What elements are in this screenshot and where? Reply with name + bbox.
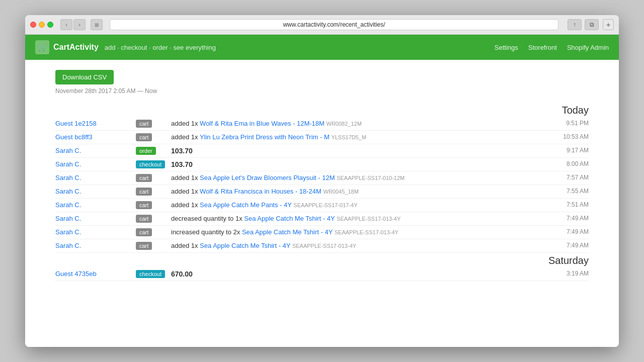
traffic-lights [30, 22, 53, 28]
nav-shopify-admin[interactable]: Shopify Admin [567, 44, 609, 51]
time-cell: 7:57 AM [548, 171, 589, 185]
sku: SEAAPPLE-SS17-013-4Y [335, 229, 398, 235]
badge-cell: cart [136, 212, 171, 226]
time-cell: 9:17 AM [548, 144, 589, 158]
description-cell: added 1x Ylin Lu Zebra Print Dress with … [171, 131, 548, 144]
user-link[interactable]: Sarah C. [55, 212, 136, 226]
list-item: Sarah C. checkout 103.70 8:00 AM [55, 158, 589, 171]
app-header: 🛒 CartActivity add · checkout · order · … [25, 35, 619, 60]
sku: SEAAPPLE-SS17-010-12M [337, 175, 405, 181]
tab-view-button[interactable]: ⊞ [91, 19, 103, 30]
maximize-button[interactable] [47, 22, 53, 28]
user-link[interactable]: Sarah C. [55, 171, 136, 185]
sku: SEAAPPLE-SS17-017-4Y [293, 202, 357, 208]
description-cell: 103.70 [171, 158, 548, 171]
badge-cell: checkout [136, 267, 171, 281]
back-icon: ‹ [65, 22, 67, 28]
forward-button[interactable]: › [73, 19, 86, 30]
product-link[interactable]: Sea Apple Let's Draw Bloomers Playsuit -… [200, 174, 335, 182]
list-item: Sarah C. cart increased quantity to 2x S… [55, 226, 589, 239]
user-link[interactable]: Sarah C. [55, 185, 136, 199]
description-cell: added 1x Wolf & Rita Francisca in Houses… [171, 185, 548, 199]
activity-badge: cart [136, 228, 152, 236]
product-link[interactable]: Sea Apple Catch Me Tshirt - 4Y [244, 215, 335, 222]
description-prefix: increased quantity to 2x [171, 228, 242, 236]
time-cell: 9:51 PM [548, 117, 589, 131]
description-prefix: added 1x [171, 201, 200, 209]
sku: YLSS17D5_M [331, 134, 366, 140]
activity-badge: cart [136, 201, 152, 209]
activity-badge: order [136, 147, 156, 155]
time-cell: 7:49 AM [548, 239, 589, 253]
share-button[interactable]: ↑ [568, 19, 582, 30]
activity-badge: cart [136, 133, 152, 141]
amount: 103.70 [171, 160, 193, 168]
tagline: add · checkout · order · see everything [105, 44, 216, 51]
main-nav: Settings Storefront Shopify Admin [495, 44, 609, 51]
activity-badge: checkout [136, 270, 165, 278]
product-link[interactable]: Sea Apple Catch Me Tshirt - 4Y [242, 228, 333, 236]
description-prefix: added 1x [171, 188, 200, 195]
list-item: Sarah C. cart decreased quantity to 1x S… [55, 212, 589, 226]
content-area: Download CSV November 28th 2017 2:05 AM … [25, 60, 619, 347]
sku: WR0045_18M [324, 189, 359, 195]
time-cell: 7:49 AM [548, 226, 589, 239]
download-csv-button[interactable]: Download CSV [55, 70, 114, 84]
day-header: Saturday [55, 253, 589, 268]
badge-cell: cart [136, 131, 171, 144]
user-link[interactable]: Guest 1e2158 [55, 117, 136, 131]
time-cell: 7:55 AM [548, 185, 589, 199]
user-link[interactable]: Guest bc8ff3 [55, 131, 136, 144]
badge-cell: cart [136, 199, 171, 212]
description-cell: increased quantity to 2x Sea Apple Catch… [171, 226, 548, 239]
back-button[interactable]: ‹ [60, 19, 72, 30]
description-cell: 103.70 [171, 144, 548, 158]
description-cell: decreased quantity to 1x Sea Apple Catch… [171, 212, 548, 226]
day-header: Today [55, 103, 589, 117]
list-item: Sarah C. cart added 1x Sea Apple Let's D… [55, 171, 589, 185]
time-cell: 3:19 AM [548, 267, 589, 281]
user-link[interactable]: Sarah C. [55, 158, 136, 171]
day-label: Saturday [55, 253, 589, 268]
product-link[interactable]: Wolf & Rita Francisca in Houses - 18-24M [200, 188, 321, 195]
time-cell: 8:00 AM [548, 158, 589, 171]
description-cell: added 1x Sea Apple Catch Me Tshirt - 4Y … [171, 239, 548, 253]
description-prefix: added 1x [171, 133, 200, 141]
list-item: Sarah C. cart added 1x Sea Apple Catch M… [55, 199, 589, 212]
time-cell: 7:49 AM [548, 212, 589, 226]
user-link[interactable]: Sarah C. [55, 144, 136, 158]
product-link[interactable]: Wolf & Rita Ema in Blue Waves - 12M-18M [200, 120, 325, 127]
amount: 670.00 [171, 270, 193, 278]
add-tab-button[interactable]: + [603, 19, 614, 30]
sku: WR0082_12M [327, 121, 362, 127]
close-button[interactable] [30, 22, 36, 28]
description-cell: added 1x Sea Apple Let's Draw Bloomers P… [171, 171, 548, 185]
badge-cell: cart [136, 239, 171, 253]
badge-cell: cart [136, 185, 171, 199]
user-link[interactable]: Guest 4735eb [55, 267, 136, 281]
logo-area: 🛒 CartActivity add · checkout · order · … [35, 40, 216, 54]
product-link[interactable]: Ylin Lu Zebra Print Dress with Neon Trim… [200, 133, 330, 141]
address-bar[interactable]: www.cartactivity.com/recent_activities/ [110, 19, 558, 30]
minimize-button[interactable] [39, 22, 45, 28]
product-link[interactable]: Sea Apple Catch Me Tshirt - 4Y [200, 242, 290, 249]
user-link[interactable]: Sarah C. [55, 239, 136, 253]
date-range: November 28th 2017 2:05 AM — Now [55, 87, 589, 95]
user-link[interactable]: Sarah C. [55, 226, 136, 239]
activity-badge: cart [136, 120, 152, 128]
day-label: Today [55, 103, 589, 117]
product-link[interactable]: Sea Apple Catch Me Pants - 4Y [200, 201, 292, 209]
user-link[interactable]: Sarah C. [55, 199, 136, 212]
sku: SEAAPPLE-SS17-013-4Y [337, 216, 400, 222]
amount: 103.70 [171, 147, 193, 155]
nav-settings[interactable]: Settings [495, 44, 518, 51]
new-window-button[interactable]: ⧉ [585, 19, 599, 30]
activity-table: Today Guest 1e2158 cart added 1x Wolf & … [55, 103, 589, 281]
list-item: Sarah C. order 103.70 9:17 AM [55, 144, 589, 158]
logo-text: CartActivity [53, 43, 99, 52]
nav-storefront[interactable]: Storefront [528, 44, 557, 51]
share-icon: ↑ [573, 21, 576, 28]
list-item: Guest bc8ff3 cart added 1x Ylin Lu Zebra… [55, 131, 589, 144]
description-cell: added 1x Sea Apple Catch Me Pants - 4Y S… [171, 199, 548, 212]
activity-badge: cart [136, 174, 152, 182]
